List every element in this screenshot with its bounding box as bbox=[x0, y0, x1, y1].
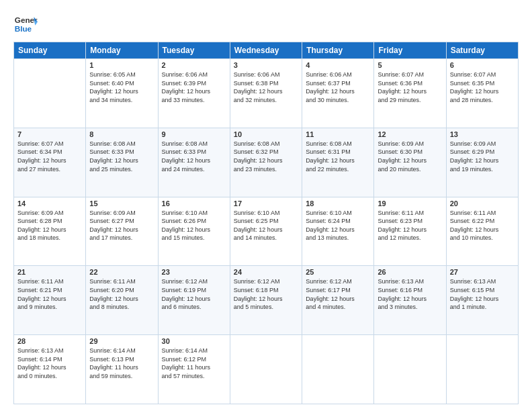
logo: General Blue bbox=[13, 12, 38, 36]
week-row-2: 7Sunrise: 6:07 AMSunset: 6:34 PMDaylight… bbox=[14, 128, 519, 197]
day-info: Sunrise: 6:11 AMSunset: 6:20 PMDaylight:… bbox=[89, 277, 154, 311]
svg-text:Blue: Blue bbox=[15, 24, 32, 33]
week-row-4: 21Sunrise: 6:11 AMSunset: 6:21 PMDayligh… bbox=[14, 266, 519, 335]
dow-header-saturday: Saturday bbox=[446, 42, 518, 59]
calendar-cell: 29Sunrise: 6:14 AMSunset: 6:13 PMDayligh… bbox=[86, 335, 158, 404]
day-number: 6 bbox=[450, 61, 515, 69]
day-info: Sunrise: 6:08 AMSunset: 6:33 PMDaylight:… bbox=[89, 140, 154, 173]
calendar-cell: 2Sunrise: 6:06 AMSunset: 6:39 PMDaylight… bbox=[158, 59, 230, 128]
day-info: Sunrise: 6:08 AMSunset: 6:31 PMDaylight:… bbox=[306, 140, 370, 173]
day-number: 19 bbox=[378, 199, 442, 208]
calendar-cell: 16Sunrise: 6:10 AMSunset: 6:26 PMDayligh… bbox=[158, 197, 230, 266]
calendar-cell: 26Sunrise: 6:13 AMSunset: 6:16 PMDayligh… bbox=[374, 266, 446, 335]
calendar-cell: 13Sunrise: 6:09 AMSunset: 6:29 PMDayligh… bbox=[446, 128, 518, 197]
day-info: Sunrise: 6:12 AMSunset: 6:17 PMDaylight:… bbox=[306, 277, 370, 311]
day-number: 16 bbox=[162, 199, 226, 208]
calendar-cell: 7Sunrise: 6:07 AMSunset: 6:34 PMDaylight… bbox=[14, 128, 86, 197]
calendar-cell: 6Sunrise: 6:07 AMSunset: 6:35 PMDaylight… bbox=[446, 59, 518, 128]
day-number: 3 bbox=[234, 61, 298, 69]
day-info: Sunrise: 6:06 AMSunset: 6:37 PMDaylight:… bbox=[306, 71, 370, 104]
calendar-cell bbox=[230, 335, 302, 404]
calendar-cell: 9Sunrise: 6:08 AMSunset: 6:33 PMDaylight… bbox=[158, 128, 230, 197]
day-number: 27 bbox=[450, 268, 515, 276]
day-info: Sunrise: 6:09 AMSunset: 6:29 PMDaylight:… bbox=[450, 140, 515, 173]
day-number: 13 bbox=[450, 130, 515, 138]
week-row-5: 28Sunrise: 6:13 AMSunset: 6:14 PMDayligh… bbox=[14, 335, 519, 404]
day-number: 26 bbox=[378, 268, 442, 276]
dow-header-friday: Friday bbox=[374, 42, 446, 59]
calendar-cell: 19Sunrise: 6:11 AMSunset: 6:23 PMDayligh… bbox=[374, 197, 446, 266]
calendar-cell: 15Sunrise: 6:09 AMSunset: 6:27 PMDayligh… bbox=[86, 197, 158, 266]
dow-header-monday: Monday bbox=[86, 42, 158, 59]
day-info: Sunrise: 6:05 AMSunset: 6:40 PMDaylight:… bbox=[89, 71, 154, 104]
calendar-cell: 25Sunrise: 6:12 AMSunset: 6:17 PMDayligh… bbox=[302, 266, 374, 335]
calendar-cell: 8Sunrise: 6:08 AMSunset: 6:33 PMDaylight… bbox=[86, 128, 158, 197]
day-info: Sunrise: 6:10 AMSunset: 6:25 PMDaylight:… bbox=[234, 209, 298, 242]
calendar-table: SundayMondayTuesdayWednesdayThursdayFrid… bbox=[13, 42, 519, 404]
day-number: 15 bbox=[89, 199, 154, 208]
dow-header-thursday: Thursday bbox=[302, 42, 374, 59]
day-info: Sunrise: 6:11 AMSunset: 6:22 PMDaylight:… bbox=[450, 209, 515, 242]
week-row-1: 1Sunrise: 6:05 AMSunset: 6:40 PMDaylight… bbox=[14, 59, 519, 128]
day-info: Sunrise: 6:09 AMSunset: 6:28 PMDaylight:… bbox=[17, 209, 82, 242]
calendar-cell: 24Sunrise: 6:12 AMSunset: 6:18 PMDayligh… bbox=[230, 266, 302, 335]
day-info: Sunrise: 6:07 AMSunset: 6:36 PMDaylight:… bbox=[378, 71, 442, 104]
calendar-cell bbox=[446, 335, 518, 404]
day-number: 10 bbox=[234, 130, 298, 138]
day-info: Sunrise: 6:09 AMSunset: 6:27 PMDaylight:… bbox=[89, 209, 154, 242]
day-info: Sunrise: 6:12 AMSunset: 6:19 PMDaylight:… bbox=[162, 277, 226, 311]
day-number: 21 bbox=[17, 268, 82, 276]
day-number: 14 bbox=[17, 199, 82, 208]
calendar-cell: 28Sunrise: 6:13 AMSunset: 6:14 PMDayligh… bbox=[14, 335, 86, 404]
week-row-3: 14Sunrise: 6:09 AMSunset: 6:28 PMDayligh… bbox=[14, 197, 519, 266]
header: General Blue bbox=[13, 12, 519, 36]
day-info: Sunrise: 6:07 AMSunset: 6:35 PMDaylight:… bbox=[450, 71, 515, 104]
dow-header-wednesday: Wednesday bbox=[230, 42, 302, 59]
day-number: 24 bbox=[234, 268, 298, 276]
day-number: 9 bbox=[162, 130, 226, 138]
generalblue-logo-icon: General Blue bbox=[13, 12, 38, 36]
calendar-cell: 3Sunrise: 6:06 AMSunset: 6:38 PMDaylight… bbox=[230, 59, 302, 128]
day-info: Sunrise: 6:06 AMSunset: 6:39 PMDaylight:… bbox=[162, 71, 226, 104]
day-info: Sunrise: 6:10 AMSunset: 6:24 PMDaylight:… bbox=[306, 209, 370, 242]
calendar-cell: 30Sunrise: 6:14 AMSunset: 6:12 PMDayligh… bbox=[158, 335, 230, 404]
day-number: 4 bbox=[306, 61, 370, 69]
calendar-cell: 23Sunrise: 6:12 AMSunset: 6:19 PMDayligh… bbox=[158, 266, 230, 335]
day-info: Sunrise: 6:14 AMSunset: 6:12 PMDaylight:… bbox=[162, 347, 226, 380]
calendar-cell: 27Sunrise: 6:13 AMSunset: 6:15 PMDayligh… bbox=[446, 266, 518, 335]
day-number: 25 bbox=[306, 268, 370, 276]
day-number: 7 bbox=[17, 130, 82, 138]
day-info: Sunrise: 6:08 AMSunset: 6:33 PMDaylight:… bbox=[162, 140, 226, 173]
calendar-cell: 17Sunrise: 6:10 AMSunset: 6:25 PMDayligh… bbox=[230, 197, 302, 266]
day-number: 2 bbox=[162, 61, 226, 69]
day-number: 23 bbox=[162, 268, 226, 276]
day-number: 30 bbox=[162, 337, 226, 345]
calendar-cell: 22Sunrise: 6:11 AMSunset: 6:20 PMDayligh… bbox=[86, 266, 158, 335]
dow-header-sunday: Sunday bbox=[14, 42, 86, 59]
calendar-cell: 21Sunrise: 6:11 AMSunset: 6:21 PMDayligh… bbox=[14, 266, 86, 335]
dow-header-tuesday: Tuesday bbox=[158, 42, 230, 59]
day-info: Sunrise: 6:14 AMSunset: 6:13 PMDaylight:… bbox=[89, 347, 154, 380]
day-info: Sunrise: 6:09 AMSunset: 6:30 PMDaylight:… bbox=[378, 140, 442, 173]
page: General Blue SundayMondayTuesdayWednesda… bbox=[0, 0, 532, 411]
day-info: Sunrise: 6:12 AMSunset: 6:18 PMDaylight:… bbox=[234, 277, 298, 311]
calendar-cell: 11Sunrise: 6:08 AMSunset: 6:31 PMDayligh… bbox=[302, 128, 374, 197]
calendar-cell: 5Sunrise: 6:07 AMSunset: 6:36 PMDaylight… bbox=[374, 59, 446, 128]
day-info: Sunrise: 6:08 AMSunset: 6:32 PMDaylight:… bbox=[234, 140, 298, 173]
calendar-cell bbox=[302, 335, 374, 404]
day-number: 28 bbox=[17, 337, 82, 345]
calendar-body: 1Sunrise: 6:05 AMSunset: 6:40 PMDaylight… bbox=[14, 59, 519, 404]
calendar-cell bbox=[374, 335, 446, 404]
day-info: Sunrise: 6:07 AMSunset: 6:34 PMDaylight:… bbox=[17, 140, 82, 173]
day-info: Sunrise: 6:13 AMSunset: 6:15 PMDaylight:… bbox=[450, 277, 515, 311]
day-number: 22 bbox=[89, 268, 154, 276]
day-info: Sunrise: 6:13 AMSunset: 6:16 PMDaylight:… bbox=[378, 277, 442, 311]
day-info: Sunrise: 6:11 AMSunset: 6:21 PMDaylight:… bbox=[17, 277, 82, 311]
day-info: Sunrise: 6:06 AMSunset: 6:38 PMDaylight:… bbox=[234, 71, 298, 104]
day-info: Sunrise: 6:11 AMSunset: 6:23 PMDaylight:… bbox=[378, 209, 442, 242]
calendar-cell: 4Sunrise: 6:06 AMSunset: 6:37 PMDaylight… bbox=[302, 59, 374, 128]
calendar-cell: 18Sunrise: 6:10 AMSunset: 6:24 PMDayligh… bbox=[302, 197, 374, 266]
calendar-cell: 10Sunrise: 6:08 AMSunset: 6:32 PMDayligh… bbox=[230, 128, 302, 197]
calendar-cell: 14Sunrise: 6:09 AMSunset: 6:28 PMDayligh… bbox=[14, 197, 86, 266]
calendar-cell bbox=[14, 59, 86, 128]
